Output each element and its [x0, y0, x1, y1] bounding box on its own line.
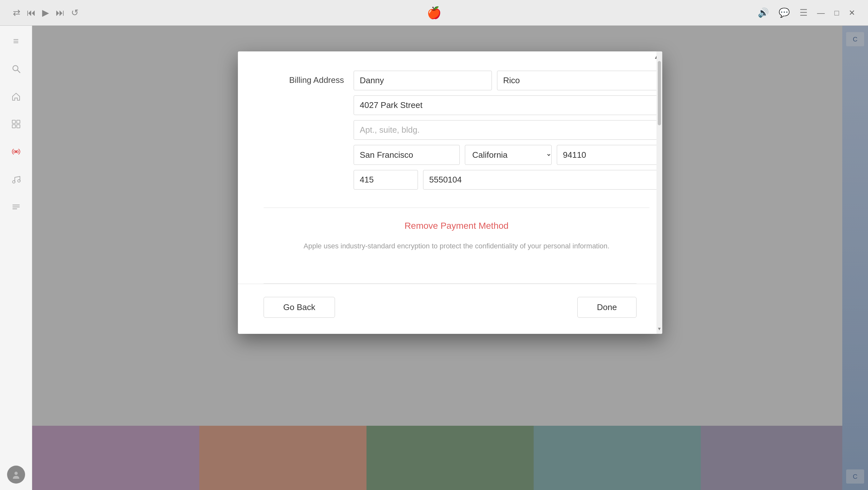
user-avatar[interactable]: [7, 465, 25, 484]
modal-dialog: ▲ ▼ Billing Address: [238, 52, 662, 334]
billing-label: Billing Address: [264, 71, 353, 85]
name-row: [353, 71, 662, 90]
sidebar-music-icon[interactable]: [7, 170, 25, 188]
apt-row: [353, 120, 662, 140]
sidebar-grid-icon[interactable]: [7, 115, 25, 133]
first-name-input[interactable]: [353, 71, 492, 90]
svg-rect-3: [17, 120, 20, 123]
billing-fields: California Alabama Alaska Arizona Arkans…: [353, 71, 662, 195]
svg-line-1: [18, 70, 20, 73]
modal-footer: Go Back Done: [238, 284, 662, 334]
phone-row: [353, 170, 662, 190]
svg-rect-2: [12, 120, 16, 123]
zip-input[interactable]: [557, 145, 662, 165]
area-code-input[interactable]: [353, 170, 418, 190]
city-state-zip-row: California Alabama Alaska Arizona Arkans…: [353, 145, 662, 165]
city-input[interactable]: [353, 145, 460, 165]
app-window: ⇄ ⏮ ▶ ⏭ ↺ 🍎 🔊 💬 ☰ — □ ✕ ≡: [0, 0, 868, 490]
title-bar-controls: ⇄ ⏮ ▶ ⏭ ↺: [13, 7, 79, 18]
done-button[interactable]: Done: [578, 297, 637, 318]
remove-payment-button[interactable]: Remove Payment Method: [404, 221, 508, 231]
title-bar: ⇄ ⏮ ▶ ⏭ ↺ 🍎 🔊 💬 ☰ — □ ✕: [0, 0, 868, 26]
repeat-button[interactable]: ↺: [71, 7, 79, 18]
phone-input[interactable]: [423, 170, 662, 190]
svg-rect-5: [17, 125, 20, 128]
security-note: Apple uses industry-standard encryption …: [264, 241, 649, 251]
close-button[interactable]: ✕: [849, 8, 855, 18]
svg-rect-4: [12, 125, 16, 128]
chat-button[interactable]: 💬: [779, 7, 790, 18]
play-button[interactable]: ▶: [42, 7, 49, 18]
scroll-indicator-bottom: ▼: [657, 326, 661, 331]
apple-logo: 🍎: [427, 6, 441, 20]
scrollbar-thumb[interactable]: [658, 61, 661, 125]
content-area: C C ▲ ▼: [32, 26, 868, 490]
minimize-button[interactable]: —: [817, 8, 825, 18]
address-row: [353, 95, 662, 115]
sidebar-home-icon[interactable]: [7, 88, 25, 105]
svg-point-6: [15, 151, 18, 153]
remove-payment-section: Remove Payment Method: [264, 221, 649, 231]
fastforward-button[interactable]: ⏭: [56, 7, 65, 18]
maximize-button[interactable]: □: [835, 8, 839, 18]
divider-1: [264, 207, 649, 208]
main-area: ≡: [0, 26, 868, 490]
modal-overlay: ▲ ▼ Billing Address: [32, 26, 868, 490]
sidebar-playlist-icon[interactable]: [7, 198, 25, 216]
modal-scrollbar[interactable]: ▼: [656, 52, 662, 334]
sidebar-radio-icon[interactable]: [7, 143, 25, 161]
list-button[interactable]: ☰: [800, 7, 808, 18]
address-input[interactable]: [353, 95, 662, 115]
last-name-input[interactable]: [497, 71, 662, 90]
shuffle-button[interactable]: ⇄: [13, 7, 20, 18]
billing-address-section: Billing Address: [264, 71, 649, 195]
go-back-button[interactable]: Go Back: [264, 297, 335, 318]
sidebar-menu-icon[interactable]: ≡: [7, 32, 25, 50]
modal-content: Billing Address: [238, 52, 662, 284]
rewind-button[interactable]: ⏮: [27, 7, 36, 18]
apt-input[interactable]: [353, 120, 662, 140]
sidebar: ≡: [0, 26, 32, 490]
state-select[interactable]: California Alabama Alaska Arizona Arkans…: [465, 145, 552, 165]
sidebar-search-icon[interactable]: [7, 60, 25, 78]
svg-point-12: [14, 472, 18, 475]
title-bar-right: 🔊 💬 ☰ — □ ✕: [758, 7, 856, 18]
volume-button[interactable]: 🔊: [758, 7, 769, 18]
